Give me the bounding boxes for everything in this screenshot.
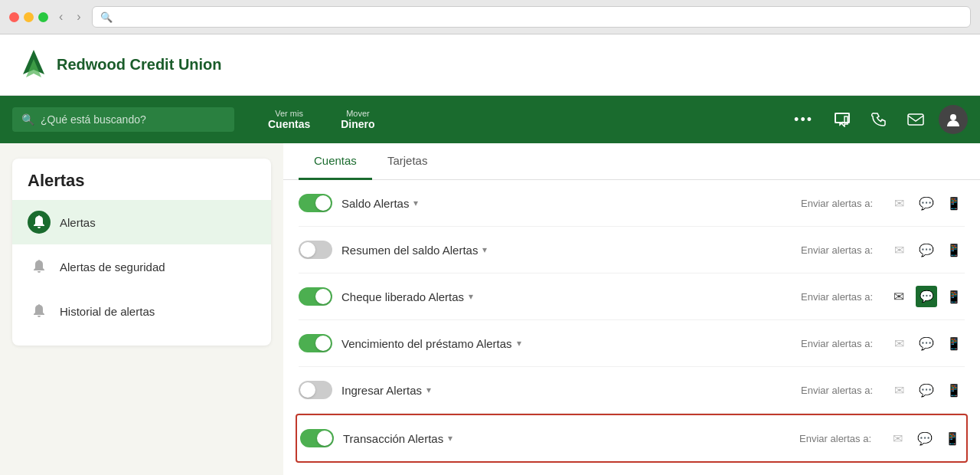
bell-icon-alertas xyxy=(28,211,51,234)
user-avatar-button[interactable] xyxy=(939,105,968,134)
send-label-saldo: Enviar alertas a: xyxy=(801,198,873,209)
phone-button[interactable] xyxy=(862,103,896,136)
nav-cuentas[interactable]: Ver mis Cuentas xyxy=(253,96,325,143)
logo-icon xyxy=(18,48,49,82)
send-label-transaccion: Enviar alertas a: xyxy=(799,433,871,444)
email-channel-transaccion[interactable]: ✉ xyxy=(887,428,908,449)
chat-button[interactable] xyxy=(825,103,859,136)
chat-channel-resumen[interactable]: 💬 xyxy=(916,239,937,260)
nav-more-button[interactable]: ••• xyxy=(782,112,825,128)
alert-row-saldo: Saldo Alertas ▾ Enviar alertas a: ✉ 💬 📱 xyxy=(299,180,965,227)
channel-icons-vencimiento: ✉ 💬 📱 xyxy=(888,332,965,354)
phone-channel-resumen[interactable]: 📱 xyxy=(943,239,965,260)
main-content: Alertas Alertas Alertas de seguridad His… xyxy=(0,143,980,475)
channel-icons-cheque: ✉ 💬 📱 xyxy=(888,286,965,307)
dropdown-transaccion[interactable]: ▾ xyxy=(448,433,452,444)
minimize-window-button[interactable] xyxy=(24,12,34,22)
email-channel-vencimiento[interactable]: ✉ xyxy=(888,332,910,354)
alert-row-cheque: Cheque liberado Alertas ▾ Enviar alertas… xyxy=(299,274,965,320)
alert-label-transaccion: Transacción Alertas ▾ xyxy=(343,432,790,445)
email-channel-saldo[interactable]: ✉ xyxy=(888,192,910,214)
tab-cuentas[interactable]: Cuentas xyxy=(299,143,372,180)
email-button[interactable] xyxy=(899,103,933,136)
toggle-transaccion[interactable] xyxy=(300,429,334,447)
dropdown-cheque[interactable]: ▾ xyxy=(469,291,473,302)
search-input[interactable]: 🔍 ¿Qué está buscando? xyxy=(12,107,234,132)
svg-point-4 xyxy=(950,114,956,120)
alert-label-saldo: Saldo Alertas ▾ xyxy=(341,197,792,210)
toggle-ingresar[interactable] xyxy=(299,381,332,399)
send-label-cheque: Enviar alertas a: xyxy=(801,291,873,303)
toggle-saldo[interactable] xyxy=(299,194,332,212)
phone-channel-transaccion[interactable]: 📱 xyxy=(942,428,963,449)
traffic-lights xyxy=(9,12,48,22)
chat-channel-ingresar[interactable]: 💬 xyxy=(916,379,937,401)
chat-channel-cheque[interactable]: 💬 xyxy=(916,286,937,307)
address-bar[interactable]: 🔍 xyxy=(92,6,971,28)
forward-button[interactable]: › xyxy=(74,8,83,25)
close-window-button[interactable] xyxy=(9,12,19,22)
maximize-window-button[interactable] xyxy=(38,12,48,22)
channel-icons-ingresar: ✉ 💬 📱 xyxy=(888,379,965,401)
sidebar-item-seguridad[interactable]: Alertas de seguridad xyxy=(12,244,271,289)
channel-icons-saldo: ✉ 💬 📱 xyxy=(888,192,965,214)
sidebar-item-historial[interactable]: Historial de alertas xyxy=(12,289,271,333)
alert-row-transaccion: Transacción Alertas ▾ Enviar alertas a: … xyxy=(296,414,968,463)
search-icon: 🔍 xyxy=(21,113,34,126)
email-channel-ingresar[interactable]: ✉ xyxy=(888,379,910,401)
nav-bar: 🔍 ¿Qué está buscando? Ver mis Cuentas Mo… xyxy=(0,96,980,143)
alert-row-vencimiento: Vencimiento del préstamo Alertas ▾ Envia… xyxy=(299,320,965,367)
logo-text: Redwood Credit Union xyxy=(57,56,222,74)
chat-channel-saldo[interactable]: 💬 xyxy=(916,192,937,214)
back-button[interactable]: ‹ xyxy=(56,8,66,25)
send-label-vencimiento: Enviar alertas a: xyxy=(801,338,873,349)
channel-icons-transaccion: ✉ 💬 📱 xyxy=(887,428,963,449)
alert-label-vencimiento: Vencimiento del préstamo Alertas ▾ xyxy=(341,337,792,350)
browser-search-icon: 🔍 xyxy=(100,11,113,23)
dropdown-resumen[interactable]: ▾ xyxy=(482,244,487,255)
alert-row-ingresar: Ingresar Alertas ▾ Enviar alertas a: ✉ 💬… xyxy=(299,367,965,414)
alert-label-cheque: Cheque liberado Alertas ▾ xyxy=(341,290,792,303)
phone-channel-vencimiento[interactable]: 📱 xyxy=(943,332,965,354)
site-header: Redwood Credit Union xyxy=(0,34,980,96)
phone-channel-cheque[interactable]: 📱 xyxy=(943,286,965,307)
phone-channel-ingresar[interactable]: 📱 xyxy=(943,379,965,401)
nav-cuentas-sup: Ver mis xyxy=(275,109,303,118)
alert-row-resumen: Resumen del saldo Alertas ▾ Enviar alert… xyxy=(299,227,965,274)
phone-channel-saldo[interactable]: 📱 xyxy=(943,192,965,214)
nav-cuentas-sub: Cuentas xyxy=(268,118,310,130)
sidebar: Alertas Alertas Alertas de seguridad His… xyxy=(0,143,283,475)
tab-tarjetas[interactable]: Tarjetas xyxy=(372,143,443,180)
email-channel-cheque[interactable]: ✉ xyxy=(888,286,910,307)
nav-dinero-sub: Dinero xyxy=(341,118,374,130)
sidebar-card: Alertas Alertas Alertas de seguridad His… xyxy=(12,159,271,346)
nav-icons xyxy=(825,103,968,136)
sidebar-item-alertas[interactable]: Alertas xyxy=(12,200,271,244)
toggle-vencimiento[interactable] xyxy=(299,334,332,352)
search-placeholder: ¿Qué está buscando? xyxy=(41,113,146,126)
send-label-resumen: Enviar alertas a: xyxy=(801,244,873,256)
email-channel-resumen[interactable]: ✉ xyxy=(888,239,910,260)
sidebar-title: Alertas xyxy=(12,171,271,200)
dropdown-vencimiento[interactable]: ▾ xyxy=(517,338,521,349)
chat-channel-vencimiento[interactable]: 💬 xyxy=(916,332,937,354)
send-label-ingresar: Enviar alertas a: xyxy=(801,385,873,396)
dropdown-saldo[interactable]: ▾ xyxy=(413,198,418,208)
nav-dinero[interactable]: Mover Dinero xyxy=(325,96,390,143)
toggle-cheque[interactable] xyxy=(299,287,332,306)
tabs: Cuentas Tarjetas xyxy=(283,143,980,180)
chat-channel-transaccion[interactable]: 💬 xyxy=(914,428,936,449)
browser-chrome: ‹ › 🔍 xyxy=(0,0,980,34)
bell-icon-historial xyxy=(28,300,51,323)
svg-rect-3 xyxy=(908,114,923,125)
toggle-resumen[interactable] xyxy=(299,241,332,259)
sidebar-item-seguridad-label: Alertas de seguridad xyxy=(60,260,165,274)
channel-icons-resumen: ✉ 💬 📱 xyxy=(888,239,965,260)
sidebar-item-alertas-label: Alertas xyxy=(60,216,96,229)
logo-area: Redwood Credit Union xyxy=(18,48,222,82)
dropdown-ingresar[interactable]: ▾ xyxy=(426,385,431,395)
alert-label-ingresar: Ingresar Alertas ▾ xyxy=(341,384,792,397)
content-area: Cuentas Tarjetas Saldo Alertas ▾ Enviar … xyxy=(283,143,980,475)
sidebar-item-historial-label: Historial de alertas xyxy=(60,305,155,318)
alert-row-transferir: Transferir Alertas ▾ Enviar alertas a: ✉… xyxy=(299,463,965,475)
